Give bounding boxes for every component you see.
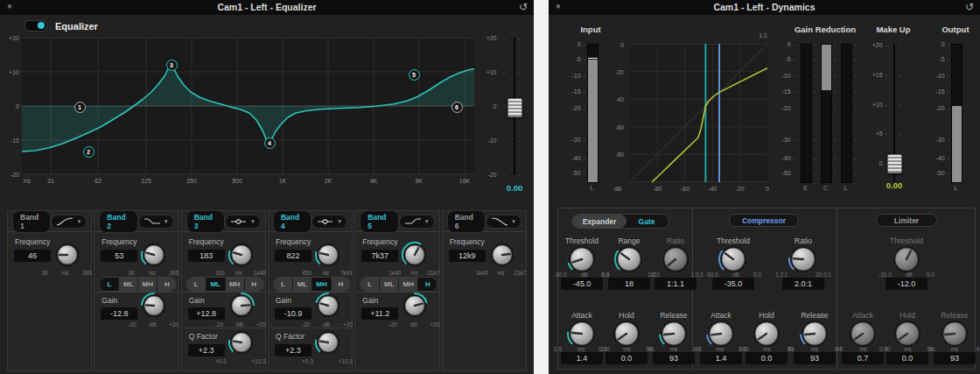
compressor-enable-button[interactable]: Compressor: [729, 214, 799, 227]
range-button-l[interactable]: L: [100, 278, 118, 291]
band-4-frequency-value[interactable]: 822: [275, 250, 312, 262]
gate-ratio-knob[interactable]: [660, 243, 691, 275]
band-3-frequency-knob[interactable]: [228, 241, 256, 269]
band-4-q-value[interactable]: +2.3: [275, 344, 312, 356]
range-button-h[interactable]: H: [158, 278, 176, 291]
range-button-ml[interactable]: ML: [119, 278, 137, 291]
band-1-filter-select[interactable]: ▼: [51, 215, 87, 229]
band-2-filter-select[interactable]: ▼: [138, 215, 174, 229]
range-button-mh[interactable]: MH: [138, 278, 157, 291]
eq-band-1-handle[interactable]: 1: [74, 102, 86, 113]
gate-threshold-value[interactable]: -45.0: [561, 278, 603, 290]
band-1-enable-button[interactable]: Band 1: [12, 210, 51, 233]
limiter-release-knob[interactable]: [939, 318, 970, 349]
range-button-l[interactable]: L: [360, 278, 379, 291]
gate-mode-button[interactable]: Gate: [626, 215, 667, 228]
compressor-hold-knob[interactable]: [751, 318, 782, 349]
band-4-enable-button[interactable]: Band 4: [273, 210, 312, 233]
gate-hold-value[interactable]: 0.0: [606, 352, 648, 364]
band-1-frequency-value[interactable]: 46: [14, 250, 51, 262]
band-6-filter-select[interactable]: ▼: [486, 215, 522, 229]
band-4-frequency-knob[interactable]: [314, 241, 342, 269]
band-3-q-knob[interactable]: [228, 328, 256, 356]
compressor-threshold-knob[interactable]: [718, 243, 749, 275]
reset-icon[interactable]: ↺: [965, 1, 974, 13]
compressor-attack-value[interactable]: 1.4: [700, 352, 742, 364]
compressor-release-knob[interactable]: [799, 318, 830, 349]
gate-ratio-value[interactable]: 1:1.1: [654, 278, 696, 290]
compressor-ratio-knob[interactable]: [788, 243, 819, 275]
range-button-ml[interactable]: ML: [293, 278, 312, 291]
band-5-filter-select[interactable]: ▼: [399, 215, 435, 229]
band-2-frequency-value[interactable]: 53: [101, 250, 137, 262]
band-5-enable-button[interactable]: Band 5: [360, 210, 398, 233]
eq-band-3-handle[interactable]: 3: [166, 60, 178, 71]
gate-hold-knob[interactable]: [611, 318, 642, 349]
range-button-mh[interactable]: MH: [399, 278, 417, 291]
gate-range-knob[interactable]: [613, 243, 645, 275]
makeup-value[interactable]: 0.00: [872, 180, 916, 190]
range-button-h[interactable]: H: [245, 278, 263, 291]
expander-mode-button[interactable]: Expander: [572, 215, 626, 228]
compressor-ratio-value[interactable]: 2.0:1: [782, 278, 824, 290]
range-button-l[interactable]: L: [274, 278, 292, 291]
band-5-frequency-value[interactable]: 7k37: [361, 250, 398, 262]
band-6-frequency-value[interactable]: 12k9: [449, 250, 486, 262]
dynamics-transfer-plot[interactable]: [630, 44, 767, 182]
band-2-frequency-knob[interactable]: [140, 241, 168, 269]
makeup-slider-handle[interactable]: [887, 154, 902, 173]
band-6-frequency-knob[interactable]: [488, 241, 516, 269]
eq-band-2-handle[interactable]: 2: [83, 146, 94, 158]
limiter-enable-button[interactable]: Limiter: [876, 214, 937, 227]
limiter-hold-value[interactable]: 0.0: [886, 352, 928, 364]
band-5-gain-knob[interactable]: [401, 292, 429, 320]
limiter-attack-knob[interactable]: [847, 318, 878, 349]
gate-threshold-knob[interactable]: [566, 243, 598, 275]
band-3-gain-value[interactable]: +12.8: [188, 307, 225, 320]
band-4-filter-select[interactable]: ▼: [312, 215, 347, 229]
range-button-ml[interactable]: ML: [380, 278, 398, 291]
band-1-frequency-knob[interactable]: [53, 241, 81, 269]
gate-range-value[interactable]: 18: [608, 278, 650, 290]
band-3-enable-button[interactable]: Band 3: [186, 210, 225, 233]
range-button-ml[interactable]: ML: [206, 278, 225, 291]
eq-band-4-handle[interactable]: 4: [264, 138, 276, 149]
gate-attack-value[interactable]: 1.4: [561, 352, 603, 364]
band-2-enable-button[interactable]: Band 2: [99, 210, 137, 233]
gate-attack-knob[interactable]: [566, 318, 598, 349]
range-button-h[interactable]: H: [332, 278, 350, 291]
range-button-l[interactable]: L: [187, 278, 206, 291]
limiter-hold-knob[interactable]: [892, 318, 923, 349]
limiter-threshold-knob[interactable]: [891, 243, 922, 275]
band-3-filter-select[interactable]: ▼: [225, 215, 261, 229]
limiter-threshold-value[interactable]: -12.0: [886, 278, 928, 290]
band-3-gain-knob[interactable]: [228, 292, 256, 320]
eq-response-plot[interactable]: 123456: [22, 38, 474, 174]
eq-gain-value[interactable]: 0.00: [495, 183, 534, 193]
compressor-threshold-value[interactable]: -35.0: [712, 278, 754, 290]
range-button-mh[interactable]: MH: [226, 278, 244, 291]
eq-band-6-handle[interactable]: 6: [452, 102, 463, 113]
band-3-frequency-value[interactable]: 183: [188, 250, 225, 262]
band-6-enable-button[interactable]: Band 6: [447, 210, 486, 233]
reset-icon[interactable]: ↺: [519, 1, 528, 13]
equalizer-enable-toggle[interactable]: [24, 20, 47, 32]
band-2-gain-knob[interactable]: [140, 292, 168, 320]
band-2-gain-value[interactable]: -12.8: [101, 307, 137, 320]
gate-release-value[interactable]: 93: [653, 352, 695, 364]
compressor-attack-knob[interactable]: [705, 318, 737, 349]
compressor-release-value[interactable]: 93: [794, 352, 836, 364]
eq-band-5-handle[interactable]: 5: [409, 69, 420, 81]
band-4-gain-value[interactable]: -10.9: [275, 307, 312, 320]
band-3-q-value[interactable]: +2.3: [188, 344, 225, 356]
range-button-mh[interactable]: MH: [312, 278, 331, 291]
compressor-hold-value[interactable]: 0.0: [746, 352, 788, 364]
range-button-h[interactable]: H: [418, 278, 437, 291]
gate-release-knob[interactable]: [658, 318, 690, 349]
band-4-q-knob[interactable]: [314, 328, 342, 356]
limiter-attack-value[interactable]: 0.7: [842, 352, 884, 364]
limiter-release-value[interactable]: 93: [934, 352, 976, 364]
band-5-frequency-knob[interactable]: [401, 241, 429, 269]
band-5-gain-value[interactable]: +11.2: [361, 307, 398, 320]
eq-gain-slider-handle[interactable]: [508, 98, 522, 117]
